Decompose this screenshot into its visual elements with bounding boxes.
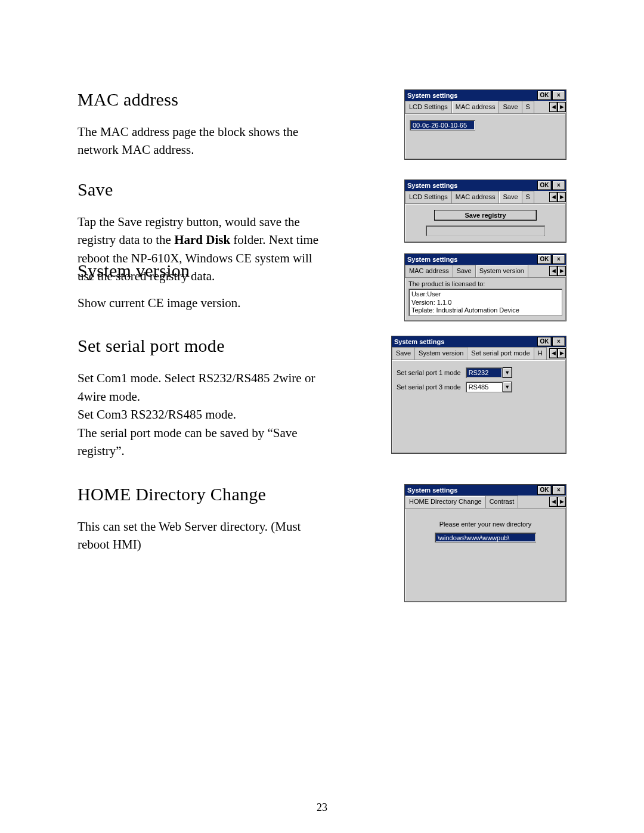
scroll-right-icon[interactable]: ▶ — [558, 348, 566, 358]
close-button[interactable]: × — [552, 255, 565, 264]
tab-lcd-settings[interactable]: LCD Settings — [405, 101, 452, 113]
directory-prompt: Please enter your new directory — [410, 521, 561, 528]
tab-home-directory[interactable]: HOME Directory Change — [405, 496, 486, 509]
tab-partial[interactable]: S — [522, 191, 534, 203]
close-button[interactable]: × — [552, 485, 565, 495]
tab-scroll: ◀ ▶ — [549, 265, 566, 277]
dialog-save: System settings OK × LCD Settings MAC ad… — [404, 179, 566, 243]
port3-label: Set serial port 3 mode — [397, 383, 461, 391]
tab-system-version[interactable]: System version — [475, 265, 528, 278]
scroll-right-icon[interactable]: ▶ — [558, 102, 566, 112]
titlebar: System settings OK × — [405, 90, 566, 101]
tab-lcd-settings[interactable]: LCD Settings — [405, 191, 452, 203]
heading-serial: Set serial port mode — [78, 336, 373, 356]
titlebar: System settings OK × — [392, 336, 566, 347]
tab-partial[interactable]: S — [522, 101, 534, 113]
directory-input[interactable]: \windows\www\wwwpub\ — [435, 532, 536, 543]
tab-mac-address[interactable]: MAC address — [451, 101, 500, 114]
tabstrip: LCD Settings MAC address Save S ◀ ▶ — [405, 191, 566, 204]
ok-button[interactable]: OK — [537, 181, 552, 190]
ok-button[interactable]: OK — [537, 91, 552, 100]
port1-value: RS232 — [466, 367, 503, 378]
version-info-box: User:User Version: 1.1.0 Teplate: Indust… — [408, 289, 562, 316]
heading-home: HOME Directory Change — [78, 484, 386, 504]
tab-save[interactable]: Save — [453, 265, 476, 277]
tab-scroll: ◀ ▶ — [549, 191, 566, 203]
tab-pane: Set serial port 1 mode RS232 ▼ Set seria… — [392, 360, 566, 453]
heading-system-version: System version — [78, 261, 388, 281]
tabstrip: Save System version Set serial port mode… — [392, 347, 566, 360]
section-home: HOME Directory Change This can set the W… — [78, 484, 566, 602]
bold-text: Hard Disk — [174, 233, 230, 247]
scroll-left-icon[interactable]: ◀ — [549, 102, 558, 112]
ok-button[interactable]: OK — [537, 255, 552, 264]
dialog-title: System settings — [392, 336, 537, 347]
tab-contrast[interactable]: Contrast — [485, 496, 519, 508]
paragraph-mac: The MAC address page the block shows the… — [78, 123, 328, 159]
close-button[interactable]: × — [552, 91, 565, 100]
tab-scroll: ◀ ▶ — [549, 101, 566, 113]
paragraph-serial: Set Com1 mode. Select RS232/RS485 2wire … — [78, 369, 328, 460]
port1-dropdown[interactable]: RS232 ▼ — [466, 367, 512, 378]
section-serial: Set serial port mode Set Com1 mode. Sele… — [78, 336, 566, 463]
port3-value: RS485 — [466, 382, 503, 392]
dialog-title: System settings — [405, 180, 537, 191]
tab-system-version[interactable]: System version — [414, 347, 467, 360]
tab-mac-address[interactable]: MAC address — [405, 265, 453, 277]
scroll-left-icon[interactable]: ◀ — [549, 348, 558, 358]
tab-pane: 00-0c-26-00-10-65 — [405, 114, 566, 159]
chevron-down-icon[interactable]: ▼ — [503, 367, 512, 378]
port3-row: Set serial port 3 mode RS485 ▼ — [397, 382, 561, 392]
chevron-down-icon[interactable]: ▼ — [503, 382, 512, 392]
tab-scroll: ◀ ▶ — [549, 347, 566, 360]
page-number: 23 — [0, 801, 644, 814]
paragraph-system-version: Show current CE image version. — [78, 294, 328, 312]
tab-save[interactable]: Save — [392, 347, 415, 360]
scroll-left-icon[interactable]: ◀ — [549, 266, 558, 276]
tab-serial-port[interactable]: Set serial port mode — [467, 347, 534, 360]
scroll-right-icon[interactable]: ▶ — [558, 497, 566, 507]
dialog-title: System settings — [405, 485, 537, 496]
document-page: MAC address The MAC address page the blo… — [0, 0, 644, 833]
titlebar: System settings OK × — [405, 180, 566, 191]
save-registry-button[interactable]: Save registry — [434, 210, 537, 221]
heading-mac: MAC address — [78, 89, 386, 110]
tab-save[interactable]: Save — [499, 101, 522, 113]
tab-pane: Please enter your new directory \windows… — [405, 509, 566, 602]
scroll-right-icon[interactable]: ▶ — [558, 192, 566, 202]
mac-address-field[interactable]: 00-0c-26-00-10-65 — [410, 120, 475, 131]
tabstrip: LCD Settings MAC address Save S ◀ ▶ — [405, 101, 566, 114]
dialog-serial: System settings OK × Save System version… — [391, 336, 566, 454]
dialog-title: System settings — [405, 90, 537, 101]
licensed-label: The product is licensed to: — [405, 278, 566, 289]
scroll-left-icon[interactable]: ◀ — [549, 497, 558, 507]
close-button[interactable]: × — [552, 337, 565, 346]
scroll-right-icon[interactable]: ▶ — [558, 266, 566, 276]
dialog-title: System settings — [405, 254, 537, 265]
tab-partial[interactable]: H — [534, 347, 547, 360]
titlebar: System settings OK × — [405, 485, 566, 496]
save-status-field — [426, 225, 545, 236]
tab-save[interactable]: Save — [499, 191, 522, 204]
tab-pane: Save registry — [405, 204, 566, 242]
dialog-system-version: System settings OK × MAC address Save Sy… — [404, 253, 566, 321]
dialog-home: System settings OK × HOME Directory Chan… — [404, 484, 566, 602]
ok-button[interactable]: OK — [537, 485, 552, 495]
tabstrip: HOME Directory Change Contrast ◀ ▶ — [405, 496, 566, 509]
heading-save: Save — [78, 179, 386, 200]
tabstrip: MAC address Save System version ◀ ▶ — [405, 265, 566, 278]
port1-row: Set serial port 1 mode RS232 ▼ — [397, 367, 561, 378]
port1-label: Set serial port 1 mode — [397, 369, 461, 376]
port3-dropdown[interactable]: RS485 ▼ — [466, 382, 512, 392]
scroll-left-icon[interactable]: ◀ — [549, 192, 558, 202]
section-mac: MAC address The MAC address page the blo… — [78, 89, 566, 163]
dialog-mac: System settings OK × LCD Settings MAC ad… — [404, 89, 566, 160]
titlebar: System settings OK × — [405, 254, 566, 265]
tab-mac-address[interactable]: MAC address — [451, 191, 500, 203]
paragraph-home: This can set the Web Server directory. (… — [78, 518, 328, 554]
close-button[interactable]: × — [552, 181, 565, 190]
tab-scroll: ◀ ▶ — [549, 496, 566, 508]
ok-button[interactable]: OK — [537, 337, 552, 346]
